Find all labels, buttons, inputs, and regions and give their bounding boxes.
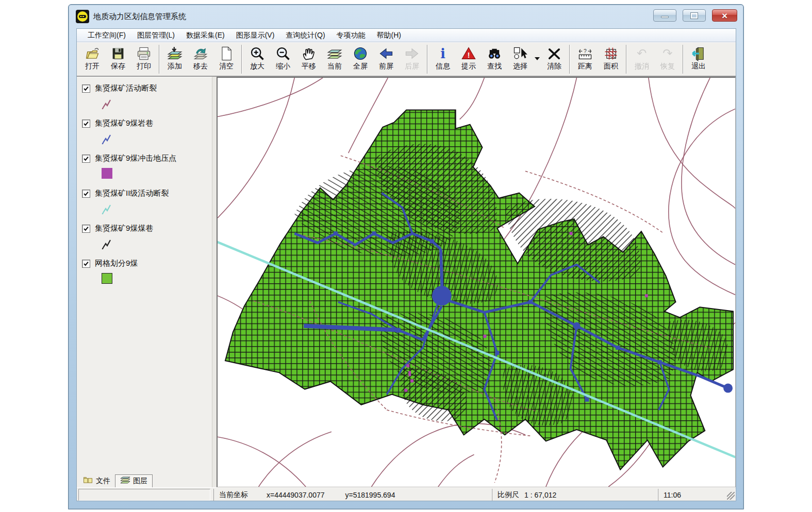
blank-page-icon xyxy=(219,46,234,61)
menu-item-0[interactable]: 工作空间(F) xyxy=(82,29,131,42)
layer-item-3: 集贤煤矿II级活动断裂 xyxy=(82,189,209,215)
clear-selection-button[interactable]: 清除 xyxy=(541,44,567,71)
menu-item-4[interactable]: 查询统计(Q) xyxy=(280,29,330,42)
distance-label: 距离 xyxy=(578,62,592,71)
prev-view-label: 前屏 xyxy=(379,62,393,71)
layer-add-icon xyxy=(167,46,183,61)
map-svg xyxy=(218,78,735,487)
layer-checkbox-0[interactable] xyxy=(82,84,90,93)
arrow-right-icon xyxy=(404,46,420,61)
layer-item-5: 网格划分9煤 xyxy=(82,259,209,285)
prev-view-button[interactable]: 前屏 xyxy=(373,44,399,71)
next-view-label: 后屏 xyxy=(405,62,419,71)
app-window: 地质动力区划信息管理系统 × 工作空间(F)图层管理(L)数据采集(E)图形显示… xyxy=(68,4,744,509)
open-folder-icon xyxy=(85,46,100,61)
clock-value: 11:06 xyxy=(664,491,681,499)
svg-text:↶: ↶ xyxy=(637,46,647,60)
tip-label: 提示 xyxy=(461,62,476,71)
svg-text:↷: ↷ xyxy=(662,46,672,60)
status-empty-panel xyxy=(78,489,210,501)
save-button[interactable]: 保存 xyxy=(105,44,131,71)
exit-button[interactable]: 退出 xyxy=(686,44,711,71)
redo-label: 恢复 xyxy=(660,62,675,71)
select-button[interactable]: 选择 xyxy=(507,44,533,71)
layer-item-4: 集贤煤矿9煤煤巷 xyxy=(82,224,209,250)
layer-symbol-square-5 xyxy=(102,273,209,285)
open-label: 打开 xyxy=(85,62,100,71)
layer-item-1: 集贤煤矿9煤岩巷 xyxy=(82,118,209,145)
area-grid-icon xyxy=(603,46,619,61)
current-view-label: 当前 xyxy=(327,62,342,71)
resize-grip[interactable] xyxy=(727,492,735,500)
layer-checkbox-3[interactable] xyxy=(82,190,90,198)
layer-symbol-line-3 xyxy=(102,203,209,215)
layer-item-0: 集贤煤矿活动断裂 xyxy=(82,83,209,110)
titlebar[interactable]: 地质动力区划信息管理系统 × xyxy=(69,5,743,28)
map-canvas[interactable] xyxy=(217,77,736,487)
tip-button[interactable]: !提示 xyxy=(456,44,482,71)
layer-checkbox-2[interactable] xyxy=(82,155,90,163)
layer-checkbox-4[interactable] xyxy=(82,225,90,233)
zoom-in-label: 放大 xyxy=(250,62,264,71)
pan-button[interactable]: 平移 xyxy=(296,44,322,71)
layer-checkbox-5[interactable] xyxy=(82,260,90,268)
layer-symbol-line-0 xyxy=(102,98,209,110)
menu-item-1[interactable]: 图层管理(L) xyxy=(131,29,180,42)
status-scale: 比例尺 1 : 67,012 xyxy=(492,489,658,501)
toolbar-separator xyxy=(427,45,428,74)
distance-button[interactable]: ?距离 xyxy=(572,44,598,71)
add-layer-label: 添加 xyxy=(168,62,182,71)
open-button[interactable]: 打开 xyxy=(79,44,105,71)
toolbar-separator xyxy=(626,45,627,74)
layer-item-2: 集贤煤矿9煤冲击地压点 xyxy=(82,153,209,180)
panel-tab-label-0: 文件 xyxy=(96,476,110,486)
app-icon xyxy=(76,10,89,23)
layer-label-5: 网格划分9煤 xyxy=(95,259,138,268)
clear-selection-label: 清除 xyxy=(547,62,561,71)
save-label: 保存 xyxy=(111,62,125,71)
layer-panel: 集贤煤矿活动断裂集贤煤矿9煤岩巷集贤煤矿9煤冲击地压点集贤煤矿II级活动断裂集贤… xyxy=(77,77,212,487)
select-dropdown-button[interactable] xyxy=(533,44,541,74)
menu-item-3[interactable]: 图形显示(V) xyxy=(230,29,280,42)
menu-item-2[interactable]: 数据采集(E) xyxy=(180,29,230,42)
close-button[interactable]: × xyxy=(712,9,737,22)
remove-layer-button[interactable]: 移去 xyxy=(188,44,213,71)
panel-tab-label-1: 图层 xyxy=(133,476,147,486)
files-tab-icon xyxy=(83,476,93,486)
layer-checkbox-1[interactable] xyxy=(82,120,90,128)
close-icon: × xyxy=(722,11,727,21)
toolbar: 打开保存打印添加移去清空放大缩小平移当前全屏前屏后屏i信息!提示查找选择清除?距… xyxy=(77,42,736,77)
panel-tab-1[interactable]: 图层 xyxy=(115,474,153,487)
info-icon: i xyxy=(435,46,451,61)
zoom-out-button[interactable]: 缩小 xyxy=(270,44,296,71)
arrow-left-icon xyxy=(378,46,394,61)
area-button[interactable]: 面积 xyxy=(598,44,624,71)
find-button[interactable]: 查找 xyxy=(482,44,507,71)
menu-item-5[interactable]: 专项功能 xyxy=(331,29,371,42)
add-layer-button[interactable]: 添加 xyxy=(162,44,188,71)
undo-button: ↶撤消 xyxy=(629,44,655,71)
layer-remove-icon xyxy=(193,46,208,61)
toolbar-separator xyxy=(241,45,242,74)
svg-text:!: ! xyxy=(468,51,470,59)
minimize-button[interactable] xyxy=(653,9,676,22)
redo-icon: ↷ xyxy=(660,46,675,61)
print-button[interactable]: 打印 xyxy=(131,44,157,71)
layer-list: 集贤煤矿活动断裂集贤煤矿9煤岩巷集贤煤矿9煤冲击地压点集贤煤矿II级活动断裂集贤… xyxy=(82,83,209,285)
maximize-button[interactable] xyxy=(683,9,706,22)
info-button[interactable]: i信息 xyxy=(430,44,456,71)
clear-layers-button[interactable]: 清空 xyxy=(213,44,239,71)
toolbar-separator xyxy=(683,45,684,74)
full-extent-button[interactable]: 全屏 xyxy=(347,44,373,71)
full-extent-label: 全屏 xyxy=(353,62,368,71)
select-label: 选择 xyxy=(513,62,527,71)
remove-layer-label: 移去 xyxy=(193,62,208,71)
layers-tab-icon xyxy=(120,476,130,486)
panel-tab-0[interactable]: 文件 xyxy=(78,475,115,487)
zoom-in-button[interactable]: 放大 xyxy=(244,44,270,71)
printer-icon xyxy=(136,46,152,61)
current-view-button[interactable]: 当前 xyxy=(322,44,347,71)
menu-item-6[interactable]: 帮助(H) xyxy=(371,29,407,42)
status-time: 11:06 xyxy=(658,489,736,501)
exit-door-icon xyxy=(691,46,706,61)
